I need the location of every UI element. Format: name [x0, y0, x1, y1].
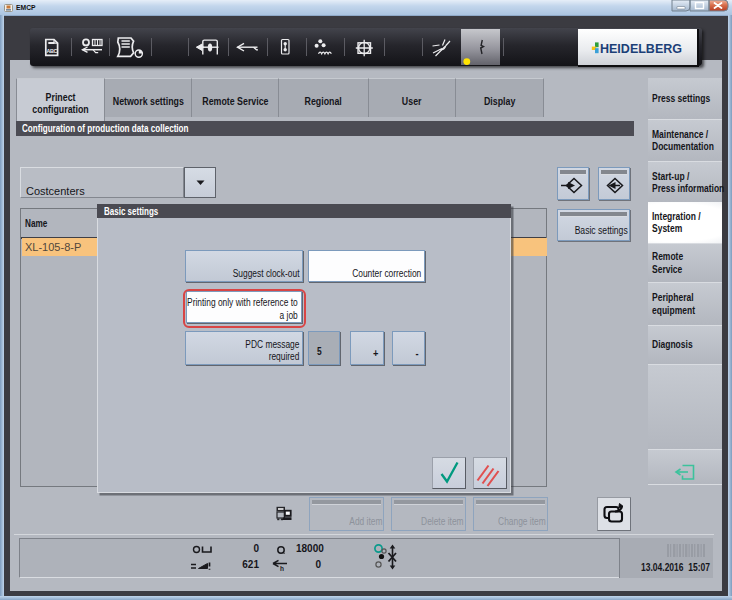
svg-text:HEIDELBERG: HEIDELBERG	[600, 41, 682, 56]
svg-text:h: h	[280, 565, 284, 572]
svg-text:ABC: ABC	[47, 48, 58, 54]
